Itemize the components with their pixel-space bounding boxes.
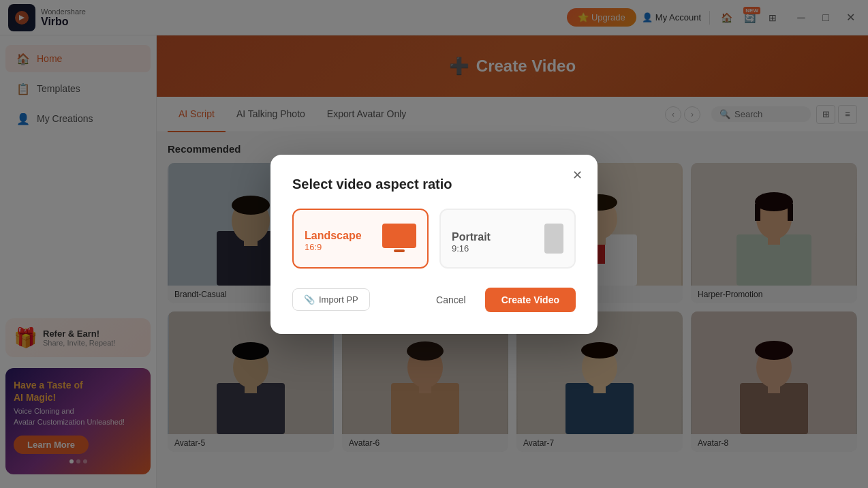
import-pp-button[interactable]: 📎 Import PP xyxy=(292,288,370,311)
landscape-icon-area xyxy=(382,224,416,252)
import-pp-icon: 📎 xyxy=(304,294,315,305)
ratio-landscape-text: Landscape 16:9 xyxy=(305,230,382,252)
cancel-button[interactable]: Cancel xyxy=(425,289,477,311)
aspect-ratio-modal: ✕ Select video aspect ratio Landscape 16… xyxy=(270,155,598,334)
modal-close-button[interactable]: ✕ xyxy=(568,166,587,185)
ratio-card-portrait[interactable]: Portrait 9:16 xyxy=(439,209,576,269)
modal-actions: 📎 Import PP Cancel Create Video xyxy=(292,288,576,312)
ratio-card-landscape-inner: Landscape 16:9 xyxy=(305,224,416,252)
landscape-label: Landscape xyxy=(305,230,382,242)
portrait-ratio: 9:16 xyxy=(452,243,544,254)
modal-title: Select video aspect ratio xyxy=(292,177,576,192)
ratio-portrait-text: Portrait 9:16 xyxy=(452,231,544,254)
portrait-icon xyxy=(544,224,563,254)
ratio-card-landscape[interactable]: Landscape 16:9 xyxy=(292,209,429,269)
landscape-ratio: 16:9 xyxy=(305,242,382,252)
ratio-card-portrait-inner: Portrait 9:16 xyxy=(452,224,563,254)
create-video-modal-button[interactable]: Create Video xyxy=(485,288,576,312)
modal-overlay[interactable]: ✕ Select video aspect ratio Landscape 16… xyxy=(0,0,868,488)
portrait-label: Portrait xyxy=(452,231,544,243)
landscape-stand xyxy=(394,249,405,252)
landscape-icon xyxy=(382,224,416,248)
ratio-options: Landscape 16:9 Portrait 9:16 xyxy=(292,209,576,269)
